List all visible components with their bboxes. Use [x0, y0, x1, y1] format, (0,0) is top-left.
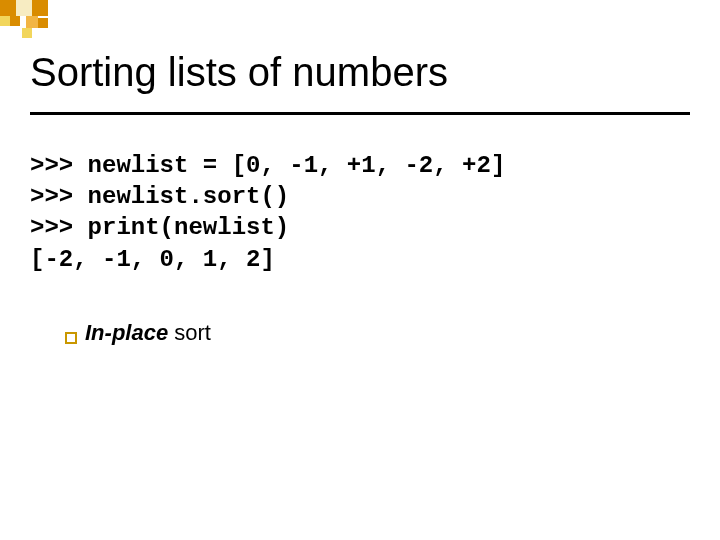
bullet-rest: sort	[168, 320, 211, 345]
bullet-square-icon	[65, 332, 77, 344]
slide-title: Sorting lists of numbers	[30, 50, 448, 95]
code-line: >>> newlist = [0, -1, +1, -2, +2]	[30, 152, 505, 179]
code-line: [-2, -1, 0, 1, 2]	[30, 246, 275, 273]
code-line: >>> print(newlist)	[30, 214, 289, 241]
code-block: >>> newlist = [0, -1, +1, -2, +2] >>> ne…	[30, 150, 505, 275]
slide: Sorting lists of numbers >>> newlist = […	[0, 0, 720, 540]
code-line: >>> newlist.sort()	[30, 183, 289, 210]
bullet-text: In-place sort	[85, 320, 211, 346]
bullet-item: In-place sort	[65, 320, 211, 346]
title-underline	[30, 112, 690, 115]
bullet-strong: In-place	[85, 320, 168, 345]
bullet-list: In-place sort	[65, 320, 211, 346]
